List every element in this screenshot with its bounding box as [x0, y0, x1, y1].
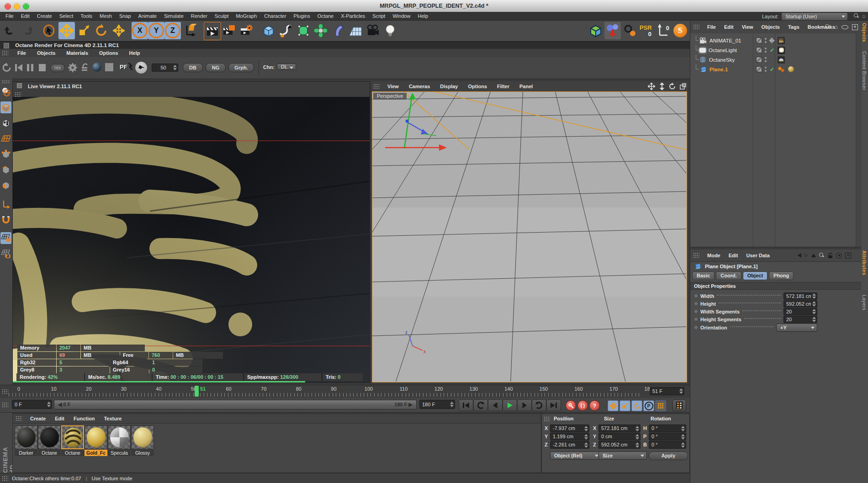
keyframe-bullet-icon[interactable] [694, 309, 698, 313]
range-start-field[interactable]: 0 F [12, 400, 52, 409]
workplane-lock-button[interactable] [0, 232, 11, 244]
viewport-menu-options[interactable]: Options [463, 84, 492, 89]
material-item[interactable]: Gold_Fc [85, 425, 107, 456]
drag-grip-icon[interactable] [2, 389, 8, 394]
rotation-b-field[interactable]: 0 ° [649, 441, 686, 449]
om-menu-tags[interactable]: Tags [784, 24, 804, 30]
pause-render-button[interactable] [26, 63, 35, 73]
live-viewer-grip[interactable] [13, 91, 370, 97]
live-selection-button[interactable] [41, 22, 58, 39]
material-name[interactable]: Octane [38, 450, 61, 456]
z-axis-lock-button[interactable]: Z [164, 22, 181, 39]
mat-menu-edit[interactable]: Edit [50, 416, 69, 421]
menu-script[interactable]: Script [369, 13, 389, 19]
menu-snap[interactable]: Snap [116, 13, 135, 19]
height-field[interactable]: 592.052 cm [783, 300, 817, 308]
stepper-icon[interactable] [812, 317, 816, 322]
keyframe-selection-button[interactable]: ? [589, 400, 600, 411]
autokey-button[interactable]: ( ) [577, 400, 588, 411]
render-canvas[interactable]: Memory 2047 MB Used 69 MB Free 760 MB Rg… [13, 97, 370, 382]
zoom-window-icon[interactable] [23, 3, 29, 10]
goto-start-button[interactable] [459, 399, 473, 411]
minimize-window-icon[interactable] [14, 3, 20, 10]
octane-button[interactable]: S [672, 22, 688, 39]
scene-cube-button[interactable] [587, 22, 604, 39]
octane-menu-options[interactable]: Options [94, 50, 124, 56]
enable-dots-icon[interactable] [765, 67, 767, 72]
stepper-icon[interactable] [681, 426, 685, 431]
search-icon[interactable] [825, 24, 831, 30]
octane-object-tag-icon[interactable] [778, 66, 785, 73]
add-bookmark-icon[interactable]: + [852, 24, 858, 30]
lock-resolution-button[interactable] [80, 63, 90, 73]
octane-menu-help[interactable]: Help [124, 50, 146, 56]
history-back-icon[interactable] [798, 253, 801, 258]
next-frame-button[interactable] [517, 399, 532, 411]
pan-view-icon[interactable] [648, 83, 655, 90]
menu-simulate[interactable]: Simulate [160, 13, 187, 19]
stepper-icon[interactable] [584, 434, 588, 440]
record-rotation-toggle[interactable] [631, 400, 642, 411]
object-row-octanesky[interactable]: OctaneSky [690, 55, 861, 64]
mograph-cloner-button[interactable] [312, 22, 329, 39]
drag-grip-icon[interactable] [2, 80, 10, 84]
record-keyframe-button[interactable] [566, 400, 576, 411]
search-icon[interactable] [819, 253, 825, 258]
object-name[interactable]: Plane.1 [709, 67, 728, 72]
object-tree-scrollbar[interactable] [856, 33, 862, 247]
keyframe-bullet-icon[interactable] [694, 302, 698, 306]
size-x-field[interactable]: 572.181 cm [598, 425, 640, 432]
coordinate-system-button[interactable] [182, 22, 198, 39]
snap-button[interactable] [0, 214, 11, 226]
scale-tool-button[interactable] [76, 22, 92, 39]
viewport-menu-view[interactable]: View [382, 84, 404, 89]
subdivision-surface-button[interactable] [295, 22, 312, 39]
previous-frame-button[interactable] [488, 399, 503, 411]
material-name[interactable]: Glossy [131, 450, 154, 456]
material-name-renaming[interactable]: Gold_Fc [85, 450, 107, 456]
keyframe-bullet-icon[interactable] [694, 317, 698, 321]
viewport-menu-cameras[interactable]: Cameras [404, 84, 435, 89]
panel-icon[interactable] [17, 83, 22, 88]
enable-dots-icon[interactable] [765, 38, 767, 43]
toggle-panel-icon[interactable] [679, 83, 687, 90]
position-x-field[interactable]: -7.937 cm [550, 425, 589, 432]
render-settings-button[interactable] [238, 22, 255, 39]
menu-mesh[interactable]: Mesh [96, 13, 116, 19]
dynamics-button[interactable] [604, 22, 621, 39]
material-item[interactable]: Darker [15, 425, 37, 456]
eye-icon[interactable] [842, 25, 848, 29]
sky-tag-icon[interactable] [778, 56, 785, 64]
bend-deformer-button[interactable] [330, 22, 346, 39]
pick-material-button[interactable]: ☛ [135, 62, 147, 74]
menu-create[interactable]: Create [33, 13, 56, 19]
enable-dots-icon[interactable] [765, 57, 767, 62]
goto-end-button[interactable] [546, 399, 561, 411]
coordinate-mode-dropdown[interactable]: Object (Rel) [550, 451, 601, 460]
db-button[interactable]: DB [183, 63, 203, 72]
object-name[interactable]: ANIMATE_01 [709, 38, 741, 43]
rotation-h-field[interactable]: 0 ° [649, 425, 686, 432]
stepper-icon[interactable] [812, 293, 816, 299]
add-cube-button[interactable] [260, 22, 277, 39]
render-picture-viewer-button[interactable] [221, 22, 238, 39]
move-tool-button[interactable] [58, 22, 75, 39]
drag-grip-icon[interactable] [373, 84, 380, 89]
om-menu-objects[interactable]: Objects [757, 24, 784, 30]
previous-key-button[interactable] [473, 399, 488, 411]
layer-box-icon[interactable] [756, 57, 762, 63]
rotate-view-icon[interactable] [669, 83, 676, 90]
next-key-button[interactable] [532, 399, 546, 411]
home-icon[interactable]: ⌂ [834, 24, 838, 30]
render-view-button[interactable] [204, 22, 221, 40]
new-panel-icon[interactable]: + [845, 253, 851, 259]
am-menu-mode[interactable]: Mode [703, 253, 725, 258]
stepper-icon[interactable] [47, 402, 51, 407]
pick-focus-button[interactable]: PF [120, 63, 132, 71]
drag-grip-icon[interactable] [2, 50, 8, 56]
layer-box-icon[interactable] [756, 66, 762, 72]
object-row-plane1[interactable]: Plane.1 ✓ [690, 64, 861, 74]
dolly-view-icon[interactable] [658, 83, 666, 90]
target-icon[interactable] [769, 37, 775, 43]
menu-sculpt[interactable]: Sculpt [211, 13, 233, 19]
